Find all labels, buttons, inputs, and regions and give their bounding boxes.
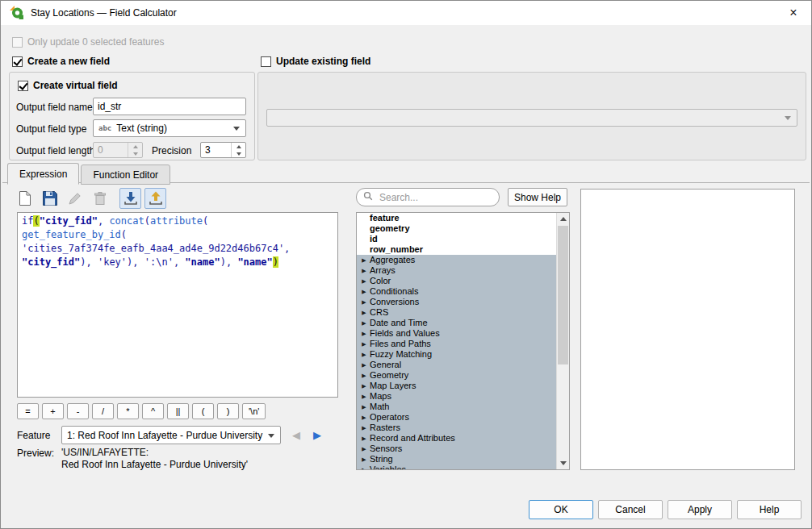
search-box[interactable] xyxy=(356,188,500,206)
new-expression-button[interactable] xyxy=(14,188,36,209)
scrollbar-thumb[interactable] xyxy=(558,226,568,364)
spin-down-icon[interactable] xyxy=(232,150,245,157)
operator-button[interactable]: '\n' xyxy=(242,403,266,419)
operator-button[interactable]: * xyxy=(117,403,139,419)
function-group-files-and-paths[interactable]: ▶Files and Paths xyxy=(357,339,556,349)
function-group-arrays[interactable]: ▶Arrays xyxy=(357,265,556,276)
chevron-down-icon xyxy=(268,434,274,438)
search-input[interactable] xyxy=(378,191,492,204)
checkbox-label: Only update 0 selected features xyxy=(27,36,164,48)
function-group-variables[interactable]: ▶Variables xyxy=(357,464,556,470)
checkbox-label: Create virtual field xyxy=(33,80,118,91)
scroll-up-icon[interactable] xyxy=(557,213,569,225)
function-group-rasters[interactable]: ▶Rasters xyxy=(357,423,556,433)
apply-button[interactable]: Apply xyxy=(668,500,732,519)
upload-arrow-icon xyxy=(149,191,163,206)
function-group-fuzzy-matching[interactable]: ▶Fuzzy Matching xyxy=(357,349,556,360)
function-list-scrollbar[interactable] xyxy=(556,213,569,469)
edit-expression-button[interactable] xyxy=(64,188,86,209)
function-group-label: Geometry xyxy=(370,370,408,381)
expand-triangle-icon: ▶ xyxy=(358,423,370,433)
precision-spinner[interactable]: 3 xyxy=(200,142,246,158)
operator-button[interactable]: ( xyxy=(192,403,214,419)
trash-icon xyxy=(94,191,107,206)
expand-triangle-icon: ▶ xyxy=(358,360,370,370)
function-group-conversions[interactable]: ▶Conversions xyxy=(357,297,556,307)
existing-field-combobox[interactable] xyxy=(266,109,797,127)
export-expression-button[interactable] xyxy=(144,188,166,209)
function-group-operators[interactable]: ▶Operators xyxy=(357,412,556,423)
create-new-field-checkbox[interactable]: Create a new field xyxy=(12,56,110,67)
create-virtual-field-checkbox[interactable]: Create virtual field xyxy=(18,80,118,91)
function-group-maps[interactable]: ▶Maps xyxy=(357,391,556,402)
feature-combobox[interactable]: 1: Red Roof Inn Lafayette - Purdue Unive… xyxy=(61,426,281,444)
spinner-value: 0 xyxy=(94,143,128,157)
show-help-button[interactable]: Show Help xyxy=(508,188,567,206)
preview-line-2: Red Roof Inn Lafayette - Purdue Universi… xyxy=(61,459,248,471)
function-group-sensors[interactable]: ▶Sensors xyxy=(357,444,556,454)
function-item-feature[interactable]: feature xyxy=(357,213,556,223)
expand-triangle-icon: ▶ xyxy=(358,339,370,349)
function-group-label: Math xyxy=(370,402,389,412)
output-field-name-input[interactable] xyxy=(93,98,246,115)
chevron-down-icon xyxy=(233,127,240,131)
operator-button[interactable]: ^ xyxy=(142,403,164,419)
function-group-label: Rasters xyxy=(370,423,400,433)
expand-triangle-icon: ▶ xyxy=(358,433,370,444)
only-update-selected-checkbox[interactable]: Only update 0 selected features xyxy=(12,36,164,48)
function-group-map-layers[interactable]: ▶Map Layers xyxy=(357,381,556,391)
function-group-label: Operators xyxy=(370,412,409,423)
function-group-aggregates[interactable]: ▶Aggregates xyxy=(357,255,556,265)
expand-triangle-icon: ▶ xyxy=(358,307,370,318)
operator-button[interactable]: = xyxy=(17,403,39,419)
cancel-button[interactable]: Cancel xyxy=(598,500,663,519)
next-feature-button[interactable]: ▶ xyxy=(307,427,328,444)
function-group-fields-and-values[interactable]: ▶Fields and Values xyxy=(357,328,556,339)
expand-triangle-icon: ▶ xyxy=(358,370,370,381)
function-group-math[interactable]: ▶Math xyxy=(357,402,556,412)
close-button[interactable]: × xyxy=(776,1,811,25)
operator-button[interactable]: - xyxy=(67,403,89,419)
function-list: featuregeometryidrow_number▶Aggregates▶A… xyxy=(356,212,570,470)
download-arrow-icon xyxy=(123,191,138,206)
function-item-id[interactable]: id xyxy=(357,234,556,244)
previous-feature-button[interactable]: ◀ xyxy=(286,427,307,444)
arrow-right-icon: ▶ xyxy=(313,429,321,441)
function-item-row_number[interactable]: row_number xyxy=(357,244,556,255)
function-group-record-and-attributes[interactable]: ▶Record and Attributes xyxy=(357,433,556,444)
ok-button[interactable]: OK xyxy=(529,500,593,519)
operator-button[interactable]: / xyxy=(92,403,114,419)
expression-editor[interactable]: if("city_fid", concat(attribute(get_feat… xyxy=(17,212,338,398)
operator-button[interactable]: ) xyxy=(217,403,239,419)
feature-label: Feature xyxy=(17,430,61,441)
function-group-geometry[interactable]: ▶Geometry xyxy=(357,370,556,381)
function-group-label: Map Layers xyxy=(370,381,416,391)
function-group-date-and-time[interactable]: ▶Date and Time xyxy=(357,318,556,328)
operator-button[interactable]: || xyxy=(167,403,189,419)
spin-down-icon[interactable] xyxy=(128,150,142,157)
operator-button[interactable]: + xyxy=(42,403,64,419)
output-field-type-combobox[interactable]: abc Text (string) xyxy=(93,119,246,137)
scroll-down-icon[interactable] xyxy=(557,457,569,469)
expand-triangle-icon: ▶ xyxy=(358,276,370,286)
delete-expression-button[interactable] xyxy=(89,188,111,209)
function-group-string[interactable]: ▶String xyxy=(357,454,556,464)
function-group-crs[interactable]: ▶CRS xyxy=(357,307,556,318)
checkbox-label: Create a new field xyxy=(27,56,110,67)
output-field-length-spinner[interactable]: 0 xyxy=(93,142,143,158)
function-group-color[interactable]: ▶Color xyxy=(357,276,556,286)
pencil-icon xyxy=(68,191,82,206)
function-item-geometry[interactable]: geometry xyxy=(357,223,556,234)
spin-up-icon[interactable] xyxy=(128,143,142,150)
update-existing-field-checkbox[interactable]: Update existing field xyxy=(261,56,370,67)
tab-expression[interactable]: Expression xyxy=(7,163,79,185)
import-expression-button[interactable] xyxy=(119,188,141,209)
tab-function-editor[interactable]: Function Editor xyxy=(81,165,170,185)
save-expression-button[interactable] xyxy=(39,188,61,209)
spin-up-icon[interactable] xyxy=(232,143,245,150)
expand-triangle-icon: ▶ xyxy=(358,265,370,276)
help-button[interactable]: Help xyxy=(737,500,802,519)
function-group-general[interactable]: ▶General xyxy=(357,360,556,370)
expand-triangle-icon: ▶ xyxy=(358,444,370,454)
function-group-conditionals[interactable]: ▶Conditionals xyxy=(357,286,556,297)
